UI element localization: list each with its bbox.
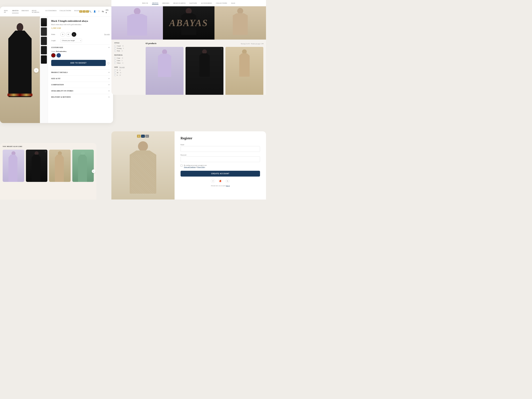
products-header: 63 products Showing 15 of 63 · Products … [146, 42, 263, 45]
add-to-basket-button[interactable]: ADD TO BASKET [51, 60, 106, 66]
colour-swatch-blue[interactable] [57, 53, 61, 57]
filter-evening-checkbox[interactable] [114, 48, 116, 49]
thumbnail-5[interactable] [41, 55, 47, 64]
also-card-1-wishlist[interactable]: ♡ [22, 151, 23, 153]
terms-link[interactable]: Terms and Conditions [184, 166, 196, 168]
filter-casual[interactable]: Casual · 36 [114, 45, 140, 47]
thumbnail-4[interactable] [41, 46, 47, 54]
colour-swatch-red[interactable] [51, 53, 56, 57]
filter-size-l[interactable]: L · 36 [114, 74, 140, 76]
product-card-1-bg [146, 47, 184, 95]
size-fit-section[interactable]: SIZE & FIT + [51, 76, 110, 82]
filter-size-m[interactable]: M · 36 [114, 72, 140, 74]
also-card-2-wishlist[interactable]: ♡ [45, 151, 46, 153]
length-select-wrap: Choose your length Short Regular Long [60, 39, 82, 42]
size-s-button[interactable]: S [60, 32, 65, 37]
nav-sales[interactable]: SALES [74, 10, 79, 13]
filter-size-s-checkbox[interactable] [114, 69, 116, 71]
apple-icon[interactable]: 🍎 [218, 179, 222, 183]
product-card-2-wishlist[interactable]: ♡ [221, 48, 222, 50]
composition-section[interactable]: COMPOSITION + [51, 82, 110, 88]
cart-icon[interactable]: 🛍 [102, 10, 104, 13]
thumbnail-3[interactable] [41, 37, 47, 45]
delivery-toggle[interactable]: + [108, 96, 110, 98]
filter-size-l-count: · 36 [119, 75, 121, 76]
size-fit-toggle[interactable]: + [108, 77, 110, 80]
google-icon[interactable]: G [226, 179, 230, 183]
thumbnail-1[interactable] [41, 18, 47, 26]
length-select[interactable]: Choose your length Short Regular Long [60, 39, 82, 42]
delivery-label: DELIVERY & RETURNS [51, 96, 71, 98]
hero-fig-1-bg [111, 6, 163, 40]
size-filter-guide[interactable]: Size guide [119, 66, 125, 68]
per-page-dropdown[interactable]: ▾ [262, 43, 263, 44]
also-card-2[interactable]: ♡ [26, 150, 48, 182]
nav-abayas[interactable]: ABAYAS [12, 10, 19, 13]
thumbnail-2[interactable] [41, 27, 47, 36]
coll-nav-abayas[interactable]: ABAYAS [152, 2, 158, 5]
coll-nav-head-scarves[interactable]: HEAD SCARVES [173, 2, 186, 4]
filter-work[interactable]: Work · 13 [114, 50, 140, 52]
filter-linen[interactable]: Linen · 8 [114, 60, 140, 61]
size-m-button[interactable]: M [66, 32, 71, 37]
login-link[interactable]: Sign in [226, 185, 230, 187]
password-input[interactable] [181, 156, 260, 162]
availability-toggle[interactable]: + [108, 90, 110, 92]
coll-nav-dresses[interactable]: DRESSES [162, 2, 169, 4]
filter-linen-checkbox[interactable] [114, 60, 116, 61]
coll-nav-sale[interactable]: SALE [231, 2, 235, 4]
product-card-3-wishlist[interactable]: ♡ [260, 48, 262, 50]
create-account-button[interactable]: CREATE ACCOUNT [181, 171, 260, 177]
filter-crepe[interactable]: Crepe · 36 [114, 57, 140, 59]
size-l-button[interactable]: L [72, 32, 76, 37]
nav-head-scarves[interactable]: HEAD SCARVES [32, 10, 42, 13]
coll-nav-kaftans[interactable]: KAFTANS [190, 2, 197, 4]
language-selector[interactable]: EN ▾ [106, 9, 109, 14]
next-image-button[interactable]: › [34, 68, 38, 73]
product-details-toggle[interactable]: + [108, 71, 110, 74]
also-like-next[interactable]: › [92, 169, 95, 173]
product-details-section[interactable]: PRODUCT DETAILS + [51, 69, 110, 76]
coll-nav-new-in[interactable]: NEW IN [142, 2, 148, 4]
product-card-1-wishlist[interactable]: ♡ [181, 48, 183, 50]
coll-nav-accessories[interactable]: ACCESSORIES [201, 2, 212, 4]
account-icon[interactable]: 👤 [93, 10, 96, 13]
custom-size-toggle[interactable]: + [108, 46, 110, 49]
product-card-3[interactable]: ♡ Beige winter wool emb... 1,500 SAR [225, 47, 263, 95]
nav-dresses[interactable]: DRESSES [22, 10, 29, 13]
composition-toggle[interactable]: + [108, 83, 110, 86]
filter-size-s[interactable]: S · 36 [114, 69, 140, 71]
custom-size-row[interactable]: CUSTOM SIZE + [51, 44, 110, 51]
also-card-1[interactable]: ♡ [3, 150, 24, 182]
filter-evening[interactable]: Evening · 8 [114, 48, 140, 49]
terms-checkbox[interactable] [181, 165, 183, 167]
collection-hero-text: ABAYAS [169, 18, 208, 28]
also-card-4[interactable] [72, 150, 94, 182]
nav-new-in[interactable]: NEW IN [4, 10, 9, 13]
also-card-3[interactable] [49, 150, 71, 182]
privacy-link[interactable]: Privacy Policy [197, 166, 205, 168]
filter-work-checkbox[interactable] [114, 50, 116, 52]
filter-velvet[interactable]: Velvet · 13 [114, 62, 140, 64]
register-form: Register Email Password By creating your… [175, 131, 266, 200]
search-icon[interactable]: 🔍 [89, 10, 91, 13]
nav-accessories[interactable]: ACCESSORIES [45, 10, 57, 13]
add-wishlist-icon[interactable]: ♡ [107, 62, 110, 65]
nav-collections[interactable]: COLLECTIONS [59, 10, 71, 13]
size-guide-link[interactable]: Size guide [104, 34, 110, 35]
delivery-section[interactable]: DELIVERY & RETURNS + [51, 94, 110, 100]
coll-nav-collections[interactable]: COLLECTIONS [216, 2, 227, 4]
availability-section[interactable]: AVAILABILITY IN STORES + [51, 88, 110, 94]
filter-crepe-checkbox[interactable] [114, 57, 116, 59]
wishlist-icon[interactable]: ♡ [98, 10, 100, 13]
filter-casual-checkbox[interactable] [114, 45, 116, 47]
filter-size-l-checkbox[interactable] [114, 74, 116, 76]
email-input[interactable] [181, 146, 260, 152]
filter-size-m-checkbox[interactable] [114, 72, 116, 74]
also-like-label: YOU MIGHT ALSO LIKE [0, 146, 96, 147]
product-card-2[interactable]: ♡ Black embroidered cotton abaya 1,500 S… [185, 47, 223, 95]
product-card-1[interactable]: ♡ Lilac embroidered silk abaya 1,500 SAR [146, 47, 184, 95]
filter-velvet-checkbox[interactable] [114, 62, 116, 64]
size-filter: SIZE Size guide S · 36 M · 36 L · 36 [114, 66, 140, 76]
facebook-icon[interactable]: f [211, 179, 215, 183]
